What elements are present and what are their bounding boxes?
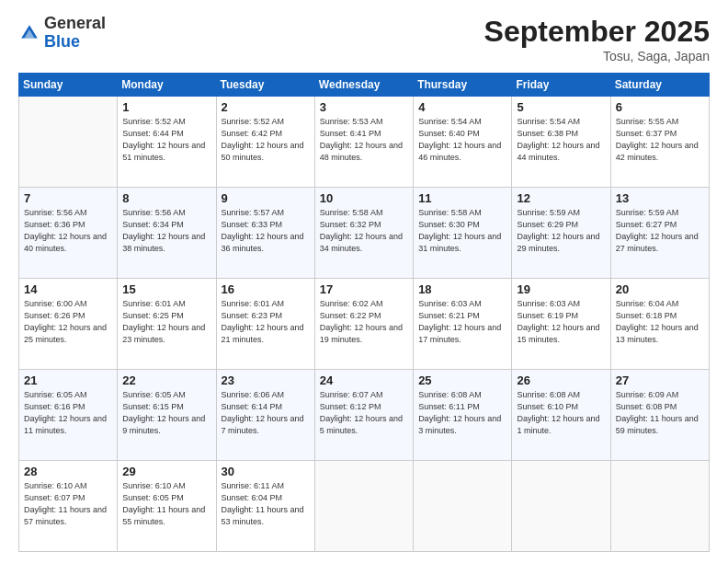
calendar-cell: 7Sunrise: 5:56 AMSunset: 6:36 PMDaylight…	[19, 188, 118, 279]
day-info: Sunrise: 5:59 AMSunset: 6:29 PMDaylight:…	[517, 207, 605, 255]
day-number: 5	[517, 100, 605, 114]
weekday-header-sunday: Sunday	[19, 74, 118, 97]
calendar-cell	[512, 461, 610, 552]
day-number: 20	[616, 282, 704, 296]
day-info: Sunrise: 6:11 AMSunset: 6:04 PMDaylight:…	[222, 480, 310, 528]
day-number: 30	[222, 465, 310, 478]
day-info: Sunrise: 6:02 AMSunset: 6:22 PMDaylight:…	[320, 298, 408, 346]
calendar-cell: 29Sunrise: 6:10 AMSunset: 6:05 PMDayligh…	[118, 461, 216, 552]
day-number: 11	[418, 191, 506, 205]
calendar-cell: 6Sunrise: 5:55 AMSunset: 6:37 PMDaylight…	[610, 97, 709, 188]
day-info: Sunrise: 6:05 AMSunset: 6:15 PMDaylight:…	[122, 389, 210, 437]
day-info: Sunrise: 6:01 AMSunset: 6:25 PMDaylight:…	[122, 298, 210, 346]
calendar-cell: 10Sunrise: 5:58 AMSunset: 6:32 PMDayligh…	[314, 188, 413, 279]
calendar-cell: 11Sunrise: 5:58 AMSunset: 6:30 PMDayligh…	[414, 188, 512, 279]
day-number: 28	[24, 465, 112, 478]
logo-blue: Blue	[44, 32, 80, 51]
day-info: Sunrise: 6:07 AMSunset: 6:12 PMDaylight:…	[320, 389, 408, 437]
day-number: 6	[616, 100, 704, 114]
calendar-cell: 25Sunrise: 6:08 AMSunset: 6:11 PMDayligh…	[414, 370, 512, 461]
weekday-header-tuesday: Tuesday	[216, 74, 314, 97]
calendar: SundayMondayTuesdayWednesdayThursdayFrid…	[18, 73, 710, 552]
day-info: Sunrise: 5:59 AMSunset: 6:27 PMDaylight:…	[616, 207, 704, 255]
day-number: 14	[24, 282, 112, 296]
week-row-1: 1Sunrise: 5:52 AMSunset: 6:44 PMDaylight…	[19, 97, 710, 188]
day-number: 12	[517, 191, 605, 205]
day-info: Sunrise: 5:56 AMSunset: 6:34 PMDaylight:…	[122, 207, 210, 255]
calendar-cell: 17Sunrise: 6:02 AMSunset: 6:22 PMDayligh…	[314, 279, 413, 370]
calendar-cell: 19Sunrise: 6:03 AMSunset: 6:19 PMDayligh…	[512, 279, 610, 370]
day-info: Sunrise: 5:52 AMSunset: 6:42 PMDaylight:…	[222, 116, 310, 164]
day-info: Sunrise: 5:53 AMSunset: 6:41 PMDaylight:…	[320, 116, 408, 164]
calendar-cell: 21Sunrise: 6:05 AMSunset: 6:16 PMDayligh…	[19, 370, 118, 461]
day-info: Sunrise: 5:58 AMSunset: 6:30 PMDaylight:…	[418, 207, 506, 255]
calendar-cell: 5Sunrise: 5:54 AMSunset: 6:38 PMDaylight…	[512, 97, 610, 188]
calendar-cell: 15Sunrise: 6:01 AMSunset: 6:25 PMDayligh…	[118, 279, 216, 370]
day-number: 3	[320, 100, 408, 114]
calendar-cell: 2Sunrise: 5:52 AMSunset: 6:42 PMDaylight…	[216, 97, 314, 188]
day-number: 27	[616, 373, 704, 387]
weekday-header-monday: Monday	[118, 74, 216, 97]
calendar-cell: 30Sunrise: 6:11 AMSunset: 6:04 PMDayligh…	[216, 461, 314, 552]
weekday-header-thursday: Thursday	[414, 74, 512, 97]
page: General Blue September 2025 Tosu, Saga, …	[0, 0, 728, 563]
calendar-cell: 27Sunrise: 6:09 AMSunset: 6:08 PMDayligh…	[610, 370, 709, 461]
calendar-cell: 12Sunrise: 5:59 AMSunset: 6:29 PMDayligh…	[512, 188, 610, 279]
day-number: 15	[122, 282, 210, 296]
day-info: Sunrise: 5:57 AMSunset: 6:33 PMDaylight:…	[222, 207, 310, 255]
day-info: Sunrise: 6:08 AMSunset: 6:11 PMDaylight:…	[418, 389, 506, 437]
day-number: 16	[222, 282, 310, 296]
header: General Blue September 2025 Tosu, Saga, …	[18, 15, 710, 63]
calendar-cell: 18Sunrise: 6:03 AMSunset: 6:21 PMDayligh…	[414, 279, 512, 370]
weekday-header-saturday: Saturday	[610, 74, 709, 97]
day-number: 23	[222, 373, 310, 387]
week-row-3: 14Sunrise: 6:00 AMSunset: 6:26 PMDayligh…	[19, 279, 710, 370]
week-row-2: 7Sunrise: 5:56 AMSunset: 6:36 PMDaylight…	[19, 188, 710, 279]
logo: General Blue	[18, 15, 106, 52]
day-number: 26	[517, 373, 605, 387]
week-row-5: 28Sunrise: 6:10 AMSunset: 6:07 PMDayligh…	[19, 461, 710, 552]
day-info: Sunrise: 6:04 AMSunset: 6:18 PMDaylight:…	[616, 298, 704, 346]
day-info: Sunrise: 5:54 AMSunset: 6:38 PMDaylight:…	[517, 116, 605, 164]
logo-text: General Blue	[44, 15, 106, 52]
weekday-header-wednesday: Wednesday	[314, 74, 413, 97]
calendar-cell: 3Sunrise: 5:53 AMSunset: 6:41 PMDaylight…	[314, 97, 413, 188]
calendar-cell: 8Sunrise: 5:56 AMSunset: 6:34 PMDaylight…	[118, 188, 216, 279]
day-number: 2	[222, 100, 310, 114]
day-info: Sunrise: 6:10 AMSunset: 6:07 PMDaylight:…	[24, 480, 112, 528]
calendar-cell: 16Sunrise: 6:01 AMSunset: 6:23 PMDayligh…	[216, 279, 314, 370]
day-info: Sunrise: 6:05 AMSunset: 6:16 PMDaylight:…	[24, 389, 112, 437]
calendar-cell: 23Sunrise: 6:06 AMSunset: 6:14 PMDayligh…	[216, 370, 314, 461]
day-number: 21	[24, 373, 112, 387]
day-info: Sunrise: 5:54 AMSunset: 6:40 PMDaylight:…	[418, 116, 506, 164]
day-number: 9	[222, 191, 310, 205]
day-number: 17	[320, 282, 408, 296]
day-info: Sunrise: 6:03 AMSunset: 6:19 PMDaylight:…	[517, 298, 605, 346]
day-info: Sunrise: 6:10 AMSunset: 6:05 PMDaylight:…	[122, 480, 210, 528]
weekday-header-friday: Friday	[512, 74, 610, 97]
calendar-cell: 14Sunrise: 6:00 AMSunset: 6:26 PMDayligh…	[19, 279, 118, 370]
day-info: Sunrise: 5:56 AMSunset: 6:36 PMDaylight:…	[24, 207, 112, 255]
calendar-cell: 1Sunrise: 5:52 AMSunset: 6:44 PMDaylight…	[118, 97, 216, 188]
day-number: 7	[24, 191, 112, 205]
day-number: 18	[418, 282, 506, 296]
day-info: Sunrise: 5:55 AMSunset: 6:37 PMDaylight:…	[616, 116, 704, 164]
calendar-cell	[19, 97, 118, 188]
weekday-header-row: SundayMondayTuesdayWednesdayThursdayFrid…	[19, 74, 710, 97]
month-title: September 2025	[484, 15, 710, 49]
calendar-cell: 13Sunrise: 5:59 AMSunset: 6:27 PMDayligh…	[610, 188, 709, 279]
location: Tosu, Saga, Japan	[484, 49, 710, 63]
day-info: Sunrise: 6:00 AMSunset: 6:26 PMDaylight:…	[24, 298, 112, 346]
calendar-cell	[414, 461, 512, 552]
day-number: 4	[418, 100, 506, 114]
week-row-4: 21Sunrise: 6:05 AMSunset: 6:16 PMDayligh…	[19, 370, 710, 461]
calendar-cell	[314, 461, 413, 552]
day-info: Sunrise: 6:03 AMSunset: 6:21 PMDaylight:…	[418, 298, 506, 346]
calendar-cell: 26Sunrise: 6:08 AMSunset: 6:10 PMDayligh…	[512, 370, 610, 461]
calendar-cell: 9Sunrise: 5:57 AMSunset: 6:33 PMDaylight…	[216, 188, 314, 279]
logo-icon	[18, 22, 40, 44]
day-number: 25	[418, 373, 506, 387]
day-number: 24	[320, 373, 408, 387]
day-info: Sunrise: 6:06 AMSunset: 6:14 PMDaylight:…	[222, 389, 310, 437]
calendar-cell: 4Sunrise: 5:54 AMSunset: 6:40 PMDaylight…	[414, 97, 512, 188]
